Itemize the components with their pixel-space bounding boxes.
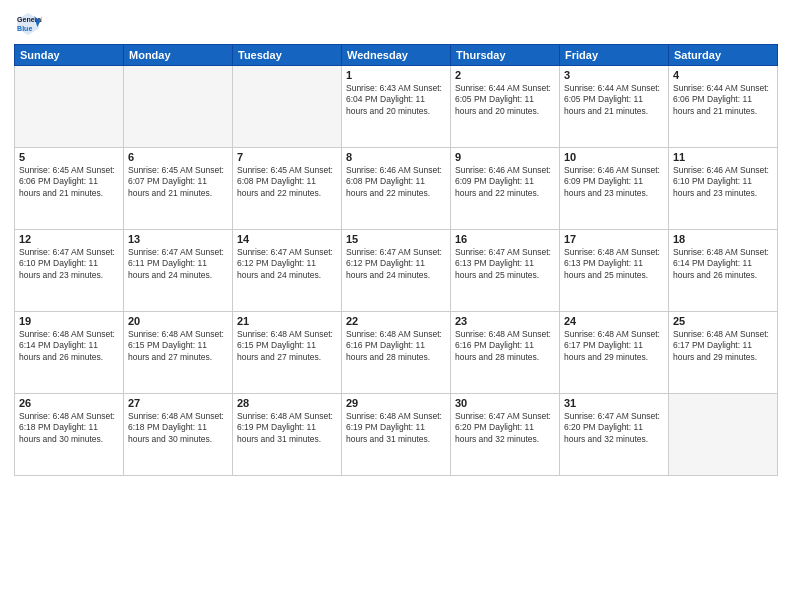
day-info: Sunrise: 6:48 AM Sunset: 6:14 PM Dayligh… (673, 247, 773, 281)
calendar-cell: 7Sunrise: 6:45 AM Sunset: 6:08 PM Daylig… (233, 148, 342, 230)
day-number: 2 (455, 69, 555, 81)
day-number: 29 (346, 397, 446, 409)
week-row-2: 5Sunrise: 6:45 AM Sunset: 6:06 PM Daylig… (15, 148, 778, 230)
day-info: Sunrise: 6:47 AM Sunset: 6:12 PM Dayligh… (346, 247, 446, 281)
calendar-cell: 28Sunrise: 6:48 AM Sunset: 6:19 PM Dayli… (233, 394, 342, 476)
day-info: Sunrise: 6:48 AM Sunset: 6:19 PM Dayligh… (346, 411, 446, 445)
day-number: 13 (128, 233, 228, 245)
day-number: 23 (455, 315, 555, 327)
day-number: 5 (19, 151, 119, 163)
day-number: 10 (564, 151, 664, 163)
calendar-cell: 6Sunrise: 6:45 AM Sunset: 6:07 PM Daylig… (124, 148, 233, 230)
day-number: 31 (564, 397, 664, 409)
day-info: Sunrise: 6:44 AM Sunset: 6:05 PM Dayligh… (455, 83, 555, 117)
weekday-header-friday: Friday (560, 45, 669, 66)
calendar-cell: 10Sunrise: 6:46 AM Sunset: 6:09 PM Dayli… (560, 148, 669, 230)
logo: General Blue (14, 10, 44, 38)
calendar-cell: 26Sunrise: 6:48 AM Sunset: 6:18 PM Dayli… (15, 394, 124, 476)
calendar-cell: 24Sunrise: 6:48 AM Sunset: 6:17 PM Dayli… (560, 312, 669, 394)
calendar-cell: 2Sunrise: 6:44 AM Sunset: 6:05 PM Daylig… (451, 66, 560, 148)
weekday-header-saturday: Saturday (669, 45, 778, 66)
calendar-cell (124, 66, 233, 148)
day-info: Sunrise: 6:48 AM Sunset: 6:13 PM Dayligh… (564, 247, 664, 281)
calendar-cell: 22Sunrise: 6:48 AM Sunset: 6:16 PM Dayli… (342, 312, 451, 394)
calendar-cell: 23Sunrise: 6:48 AM Sunset: 6:16 PM Dayli… (451, 312, 560, 394)
day-info: Sunrise: 6:47 AM Sunset: 6:12 PM Dayligh… (237, 247, 337, 281)
calendar-cell: 29Sunrise: 6:48 AM Sunset: 6:19 PM Dayli… (342, 394, 451, 476)
day-number: 25 (673, 315, 773, 327)
day-number: 24 (564, 315, 664, 327)
day-number: 3 (564, 69, 664, 81)
calendar-cell: 13Sunrise: 6:47 AM Sunset: 6:11 PM Dayli… (124, 230, 233, 312)
day-info: Sunrise: 6:45 AM Sunset: 6:07 PM Dayligh… (128, 165, 228, 199)
calendar-cell: 30Sunrise: 6:47 AM Sunset: 6:20 PM Dayli… (451, 394, 560, 476)
day-number: 9 (455, 151, 555, 163)
weekday-header-sunday: Sunday (15, 45, 124, 66)
day-info: Sunrise: 6:48 AM Sunset: 6:14 PM Dayligh… (19, 329, 119, 363)
weekday-header-row: SundayMondayTuesdayWednesdayThursdayFrid… (15, 45, 778, 66)
day-info: Sunrise: 6:47 AM Sunset: 6:20 PM Dayligh… (564, 411, 664, 445)
day-info: Sunrise: 6:44 AM Sunset: 6:05 PM Dayligh… (564, 83, 664, 117)
calendar-cell: 18Sunrise: 6:48 AM Sunset: 6:14 PM Dayli… (669, 230, 778, 312)
day-info: Sunrise: 6:47 AM Sunset: 6:11 PM Dayligh… (128, 247, 228, 281)
day-number: 15 (346, 233, 446, 245)
day-number: 27 (128, 397, 228, 409)
calendar-cell: 20Sunrise: 6:48 AM Sunset: 6:15 PM Dayli… (124, 312, 233, 394)
day-info: Sunrise: 6:43 AM Sunset: 6:04 PM Dayligh… (346, 83, 446, 117)
calendar-cell: 15Sunrise: 6:47 AM Sunset: 6:12 PM Dayli… (342, 230, 451, 312)
calendar-cell: 21Sunrise: 6:48 AM Sunset: 6:15 PM Dayli… (233, 312, 342, 394)
page-header: General Blue (14, 10, 778, 38)
day-number: 17 (564, 233, 664, 245)
day-number: 11 (673, 151, 773, 163)
day-info: Sunrise: 6:48 AM Sunset: 6:17 PM Dayligh… (673, 329, 773, 363)
weekday-header-thursday: Thursday (451, 45, 560, 66)
day-info: Sunrise: 6:48 AM Sunset: 6:16 PM Dayligh… (455, 329, 555, 363)
weekday-header-tuesday: Tuesday (233, 45, 342, 66)
calendar-cell (669, 394, 778, 476)
day-info: Sunrise: 6:48 AM Sunset: 6:18 PM Dayligh… (19, 411, 119, 445)
day-number: 26 (19, 397, 119, 409)
day-info: Sunrise: 6:48 AM Sunset: 6:19 PM Dayligh… (237, 411, 337, 445)
logo-icon: General Blue (14, 10, 42, 38)
calendar-cell: 17Sunrise: 6:48 AM Sunset: 6:13 PM Dayli… (560, 230, 669, 312)
calendar-cell: 3Sunrise: 6:44 AM Sunset: 6:05 PM Daylig… (560, 66, 669, 148)
calendar-cell: 8Sunrise: 6:46 AM Sunset: 6:08 PM Daylig… (342, 148, 451, 230)
day-info: Sunrise: 6:47 AM Sunset: 6:13 PM Dayligh… (455, 247, 555, 281)
day-info: Sunrise: 6:45 AM Sunset: 6:06 PM Dayligh… (19, 165, 119, 199)
day-number: 20 (128, 315, 228, 327)
calendar-cell: 5Sunrise: 6:45 AM Sunset: 6:06 PM Daylig… (15, 148, 124, 230)
week-row-1: 1Sunrise: 6:43 AM Sunset: 6:04 PM Daylig… (15, 66, 778, 148)
day-number: 18 (673, 233, 773, 245)
calendar-cell: 31Sunrise: 6:47 AM Sunset: 6:20 PM Dayli… (560, 394, 669, 476)
calendar-cell: 11Sunrise: 6:46 AM Sunset: 6:10 PM Dayli… (669, 148, 778, 230)
calendar-cell: 27Sunrise: 6:48 AM Sunset: 6:18 PM Dayli… (124, 394, 233, 476)
day-number: 16 (455, 233, 555, 245)
calendar-cell: 12Sunrise: 6:47 AM Sunset: 6:10 PM Dayli… (15, 230, 124, 312)
calendar-cell: 25Sunrise: 6:48 AM Sunset: 6:17 PM Dayli… (669, 312, 778, 394)
calendar-cell: 19Sunrise: 6:48 AM Sunset: 6:14 PM Dayli… (15, 312, 124, 394)
day-info: Sunrise: 6:46 AM Sunset: 6:10 PM Dayligh… (673, 165, 773, 199)
calendar-cell (233, 66, 342, 148)
day-info: Sunrise: 6:46 AM Sunset: 6:08 PM Dayligh… (346, 165, 446, 199)
day-info: Sunrise: 6:48 AM Sunset: 6:17 PM Dayligh… (564, 329, 664, 363)
day-info: Sunrise: 6:48 AM Sunset: 6:16 PM Dayligh… (346, 329, 446, 363)
day-info: Sunrise: 6:47 AM Sunset: 6:10 PM Dayligh… (19, 247, 119, 281)
week-row-5: 26Sunrise: 6:48 AM Sunset: 6:18 PM Dayli… (15, 394, 778, 476)
day-number: 19 (19, 315, 119, 327)
calendar-cell: 14Sunrise: 6:47 AM Sunset: 6:12 PM Dayli… (233, 230, 342, 312)
day-number: 7 (237, 151, 337, 163)
day-info: Sunrise: 6:46 AM Sunset: 6:09 PM Dayligh… (455, 165, 555, 199)
day-number: 12 (19, 233, 119, 245)
day-info: Sunrise: 6:48 AM Sunset: 6:18 PM Dayligh… (128, 411, 228, 445)
day-info: Sunrise: 6:46 AM Sunset: 6:09 PM Dayligh… (564, 165, 664, 199)
calendar-table: SundayMondayTuesdayWednesdayThursdayFrid… (14, 44, 778, 476)
calendar-cell: 16Sunrise: 6:47 AM Sunset: 6:13 PM Dayli… (451, 230, 560, 312)
day-number: 30 (455, 397, 555, 409)
day-number: 4 (673, 69, 773, 81)
day-number: 14 (237, 233, 337, 245)
svg-text:Blue: Blue (17, 25, 32, 32)
weekday-header-wednesday: Wednesday (342, 45, 451, 66)
day-number: 6 (128, 151, 228, 163)
day-number: 8 (346, 151, 446, 163)
calendar-cell: 1Sunrise: 6:43 AM Sunset: 6:04 PM Daylig… (342, 66, 451, 148)
